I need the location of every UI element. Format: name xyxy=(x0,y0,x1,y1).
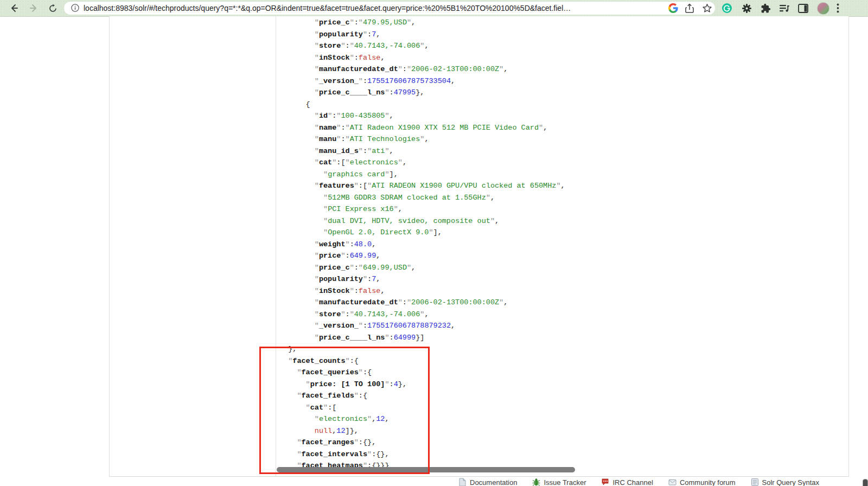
horizontal-scrollbar-thumb[interactable] xyxy=(277,467,575,472)
code-token: : xyxy=(350,240,354,248)
code-line: "manufacturedate_dt":"2006-02-13T00:00:0… xyxy=(279,63,847,75)
code-token xyxy=(279,322,315,330)
code-token: " xyxy=(359,18,363,27)
code-token: inStock xyxy=(319,54,350,62)
puzzle-icon[interactable] xyxy=(759,2,772,14)
code-token: ATI Technologies xyxy=(350,135,420,143)
code-line: "facet_heatmaps":{}}} xyxy=(279,460,847,467)
code-token: electronics xyxy=(350,158,398,167)
code-token: , xyxy=(380,287,385,295)
code-token: }] xyxy=(416,334,424,342)
code-token: }, xyxy=(288,345,297,353)
code-token: : xyxy=(354,54,359,62)
code-token: : xyxy=(354,287,359,295)
code-token: , xyxy=(390,112,394,120)
code-token xyxy=(279,287,315,295)
gear-icon[interactable] xyxy=(740,2,753,14)
irc-chat-icon xyxy=(601,478,609,486)
code-token: " xyxy=(367,147,372,155)
code-line: "facet_fields":{ xyxy=(279,390,847,402)
code-token: " xyxy=(350,310,354,318)
back-icon[interactable] xyxy=(8,2,21,14)
code-token: popularity xyxy=(319,30,363,39)
code-token: 40.7143,-74.006 xyxy=(354,310,420,318)
code-token: 2006-02-13T00:00:00Z xyxy=(411,298,499,306)
vertical-scrollbar-thumb[interactable] xyxy=(863,479,868,486)
code-token: " xyxy=(297,438,301,446)
footer-link-irc-channel[interactable]: IRC Channel xyxy=(601,478,653,486)
code-token: id xyxy=(319,112,328,120)
code-token: :{}, xyxy=(372,450,389,458)
footer-link-documentation[interactable]: Documentation xyxy=(458,478,517,486)
footer-link-solr-query-syntax[interactable]: Solr Query Syntax xyxy=(751,478,820,486)
code-token: " xyxy=(341,252,345,260)
code-token: store xyxy=(319,42,341,50)
code-token: " xyxy=(394,205,398,213)
code-token xyxy=(279,100,306,108)
code-token: : xyxy=(403,65,407,73)
code-token xyxy=(279,42,315,50)
code-token: " xyxy=(407,18,411,27)
menu-dots-icon[interactable] xyxy=(831,2,844,14)
code-token: " xyxy=(315,112,319,120)
site-info-icon[interactable] xyxy=(71,3,81,13)
code-token: " xyxy=(306,404,310,412)
code-token: , xyxy=(411,264,416,272)
code-token: , xyxy=(495,217,499,225)
code-line: "inStock":false, xyxy=(279,285,847,297)
code-token: " xyxy=(354,182,359,190)
footer-link-community-forum[interactable]: Community forum xyxy=(668,478,736,486)
code-token xyxy=(279,147,315,155)
code-line: "features":["ATI RADEON X1900 GPU/VPU cl… xyxy=(279,180,847,192)
code-token: 100-435805 xyxy=(341,112,385,120)
share-icon[interactable] xyxy=(685,3,695,13)
code-token: " xyxy=(499,298,503,306)
code-token xyxy=(279,88,315,97)
code-token: facet_fields xyxy=(302,392,354,400)
code-token: :[ xyxy=(336,158,345,167)
code-token: facet_queries xyxy=(302,368,359,376)
bookmark-star-icon[interactable] xyxy=(702,3,713,13)
code-token: " xyxy=(407,298,411,306)
code-token: " xyxy=(367,182,372,190)
footer-link-label: Solr Query Syntax xyxy=(762,478,820,486)
code-token: " xyxy=(315,322,319,330)
address-bar[interactable]: localhost:8983/solr/#/techproducts/query… xyxy=(64,2,715,15)
avatar[interactable] xyxy=(817,2,829,15)
code-token: features xyxy=(319,182,354,190)
sidebar-icon[interactable] xyxy=(796,2,809,14)
code-token: , xyxy=(451,77,455,85)
code-token: :[ xyxy=(359,182,367,190)
code-line: "id":"100-435805", xyxy=(279,110,847,122)
code-token: 1755176067875733504 xyxy=(367,77,451,85)
code-token: , xyxy=(561,182,565,190)
footer-link-issue-tracker[interactable]: Issue Tracker xyxy=(532,478,586,486)
code-token: }, xyxy=(398,380,407,388)
code-line: "manu_id_s":"ati", xyxy=(279,145,847,157)
code-token: 48.0 xyxy=(354,240,372,248)
code-token: 649.99 xyxy=(350,252,376,260)
code-line: "price":649.99, xyxy=(279,250,847,262)
code-token: 479.95,USD xyxy=(363,18,407,27)
code-token xyxy=(279,450,297,458)
code-line: "weight":48.0, xyxy=(279,239,847,251)
bug-icon xyxy=(532,478,540,486)
code-token: " xyxy=(315,334,319,342)
code-token: " xyxy=(315,252,319,260)
code-line: null,12]}, xyxy=(279,425,847,437)
grammarly-icon[interactable] xyxy=(720,2,733,14)
google-g-icon[interactable] xyxy=(668,3,679,13)
url-text[interactable]: localhost:8983/solr/#/techproducts/query… xyxy=(84,2,672,15)
code-token: price_c____l_ns xyxy=(319,88,385,97)
playlist-icon[interactable] xyxy=(778,2,791,14)
code-token: " xyxy=(315,240,319,248)
code-token: :{}}} xyxy=(367,462,390,467)
code-token xyxy=(279,112,315,120)
code-token: inStock xyxy=(319,287,350,295)
refresh-icon[interactable] xyxy=(46,2,59,14)
code-token xyxy=(279,158,315,167)
forward-icon[interactable] xyxy=(27,2,40,14)
code-token: " xyxy=(407,264,411,272)
code-token: " xyxy=(385,170,389,178)
code-token: cat xyxy=(310,404,323,412)
